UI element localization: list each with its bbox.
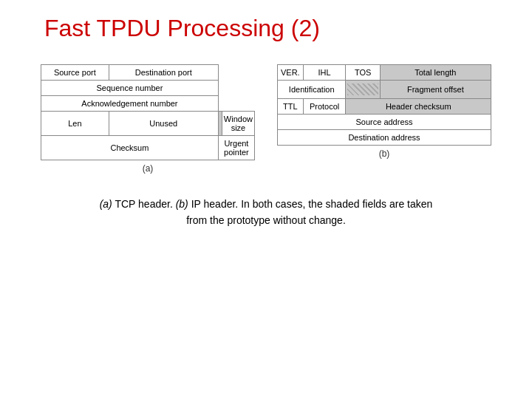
diagrams-row: Source port Destination port Sequence nu… — [41, 64, 491, 174]
ip-dest-address: Destination address — [278, 130, 491, 146]
caption-label-a: (a) — [100, 198, 112, 210]
ip-flags — [346, 81, 380, 99]
tcp-diagram: Source port Destination port Sequence nu… — [41, 64, 255, 174]
tcp-len: Len — [41, 112, 109, 136]
page-title: Fast TPDU Processing (2) — [30, 15, 320, 42]
tcp-diagram-label: (a) — [143, 163, 154, 174]
ip-ihl: IHL — [303, 65, 346, 81]
ip-diagram: VER. IHL TOS Total length Identification… — [277, 64, 491, 174]
caption-text-a: TCP header. — [112, 198, 176, 210]
ip-ver: VER. — [278, 65, 304, 81]
ip-header-table: VER. IHL TOS Total length Identification… — [277, 64, 491, 146]
tcp-window-size: Window size — [222, 112, 254, 136]
ip-protocol: Protocol — [303, 99, 346, 115]
ip-identification: Identification — [278, 81, 346, 99]
ip-fragment-offset: Fragment offset — [380, 81, 491, 99]
ip-source-address: Source address — [278, 115, 491, 130]
caption-label-b: (b) — [176, 198, 188, 210]
caption: (a) TCP header. (b) IP header. In both c… — [100, 196, 433, 229]
ip-tos: TOS — [346, 65, 380, 81]
tcp-unused: Unused — [109, 112, 218, 136]
ip-total-length: Total length — [380, 65, 491, 81]
tcp-urgent: Urgent pointer — [218, 136, 254, 160]
caption-text-b: IP header. In both cases, the shaded fie… — [186, 198, 432, 226]
tcp-ack-num: Acknowledgement number — [41, 96, 219, 112]
tcp-seq-num: Sequence number — [41, 81, 219, 96]
page: Fast TPDU Processing (2) Source port Des… — [0, 0, 532, 399]
tcp-source-port: Source port — [41, 65, 109, 81]
tcp-dest-port: Destination port — [109, 65, 218, 81]
ip-header-checksum: Header checksum — [346, 99, 491, 115]
ip-ttl: TTL — [278, 99, 304, 115]
ip-diagram-label: (b) — [379, 149, 390, 159]
tcp-checksum: Checksum — [41, 136, 219, 160]
tcp-header-table: Source port Destination port Sequence nu… — [41, 64, 255, 160]
